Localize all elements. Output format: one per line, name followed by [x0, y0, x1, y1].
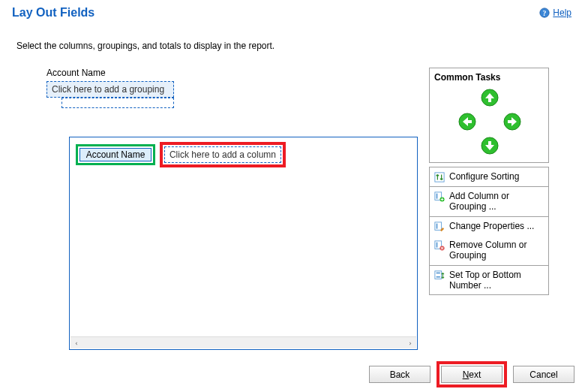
task-label: Set Top or Bottom Number ...: [449, 270, 544, 291]
top-bottom-icon: [434, 270, 445, 281]
properties-icon: [434, 222, 445, 232]
horizontal-scrollbar[interactable]: ‹ ›: [70, 336, 416, 348]
design-area: Account Name Click here to add a groupin…: [39, 68, 422, 351]
task-remove-column-or-grouping[interactable]: Remove Column or Grouping: [430, 236, 548, 265]
report-canvas: Account Name Click here to add a column …: [69, 137, 418, 350]
svg-rect-15: [435, 270, 442, 279]
help-label: Help: [553, 8, 572, 18]
move-down-button[interactable]: [481, 137, 499, 155]
svg-rect-6: [435, 173, 444, 182]
task-configure-sorting[interactable]: Configure Sorting: [430, 167, 548, 186]
next-button[interactable]: Next: [441, 366, 502, 383]
add-grouping-box[interactable]: Click here to add a grouping: [46, 81, 174, 98]
arrow-right-icon: [503, 113, 521, 131]
column-add-highlight: Click here to add a column: [160, 142, 286, 167]
sort-icon: [434, 172, 445, 182]
move-left-button[interactable]: [458, 113, 476, 131]
back-button[interactable]: Back: [369, 366, 430, 383]
task-change-properties[interactable]: Change Properties ...: [430, 217, 548, 236]
page-title: Lay Out Fields: [9, 6, 94, 20]
task-set-top-bottom-number[interactable]: Set Top or Bottom Number ...: [430, 266, 548, 295]
move-right-button[interactable]: [503, 113, 521, 131]
instruction-text: Select the columns, groupings, and total…: [16, 41, 579, 51]
svg-rect-11: [436, 223, 438, 228]
sub-grouping-placeholder[interactable]: [62, 98, 174, 108]
svg-rect-10: [435, 222, 442, 231]
next-button-highlight: Next: [436, 361, 507, 387]
add-column-icon: [434, 191, 445, 202]
move-up-button[interactable]: [481, 89, 499, 107]
arrow-left-icon: [458, 113, 476, 131]
column-account-highlight: Account Name: [76, 144, 155, 165]
arrow-down-icon: [481, 137, 499, 155]
arrow-up-icon: [481, 89, 499, 107]
svg-text:?: ?: [543, 9, 547, 17]
common-tasks-panel: Common Tasks: [429, 68, 549, 295]
column-account-name[interactable]: Account Name: [80, 148, 152, 161]
scroll-right-icon[interactable]: ›: [404, 337, 416, 349]
task-label: Change Properties ...: [449, 221, 534, 231]
task-add-column-or-grouping[interactable]: Add Column or Grouping ...: [430, 187, 548, 216]
svg-rect-16: [436, 272, 440, 273]
task-label: Add Column or Grouping ...: [449, 191, 544, 213]
svg-rect-13: [436, 242, 438, 247]
svg-rect-8: [436, 194, 438, 199]
task-label: Remove Column or Grouping: [449, 240, 544, 261]
task-label: Configure Sorting: [449, 171, 519, 182]
grouping-field-label: Account Name: [46, 68, 422, 78]
svg-rect-17: [436, 276, 440, 277]
scroll-left-icon[interactable]: ‹: [70, 337, 82, 349]
help-icon: ?: [539, 8, 550, 18]
wizard-footer: Back Next Cancel: [369, 361, 574, 387]
remove-column-icon: [434, 240, 445, 251]
common-tasks-title: Common Tasks: [430, 68, 548, 83]
help-link[interactable]: ? Help: [539, 6, 579, 18]
add-column-box[interactable]: Click here to add a column: [164, 146, 281, 163]
cancel-button[interactable]: Cancel: [513, 366, 574, 383]
